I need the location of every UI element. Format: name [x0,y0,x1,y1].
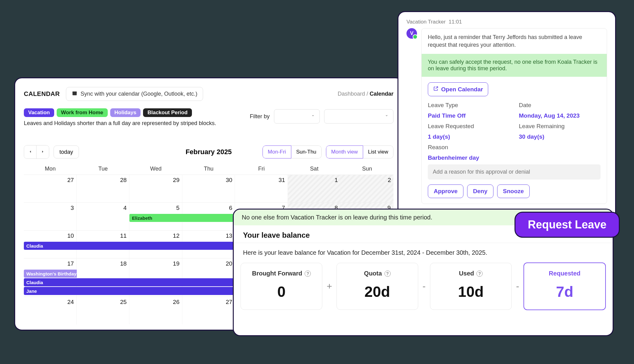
bf-value: 0 [244,283,319,300]
view-mode-toggle: Month view List view [326,145,393,158]
sync-label: Sync with your calendar (Google, Outlook… [80,91,197,97]
legend-blackout: Blackout Period [143,108,192,117]
sync-calendar-button[interactable]: Sync with your calendar (Google, Outlook… [66,87,203,101]
day-number: 1 [290,177,338,184]
day-number: 26 [132,299,180,306]
breadcrumb-root[interactable]: Dashboard [338,91,365,97]
chevron-down-icon [311,114,315,119]
legend-wfh: Work from Home [57,108,108,117]
snooze-button[interactable]: Snooze [497,184,530,198]
day-number: 27 [185,299,232,306]
chevron-left-icon [28,150,33,155]
chevron-down-icon [384,114,389,119]
open-calendar-button[interactable]: Open Calendar [428,82,488,96]
weekday-header: Fri [235,163,288,175]
view-month[interactable]: Month view [326,145,363,158]
current-month: February 2025 [185,148,232,156]
weekday-header: Mon [24,163,77,175]
calendar-cell[interactable]: 26 [129,297,182,324]
leave-remaining-value: 30 day(s) [519,133,601,140]
quota-value: 20d [340,283,415,300]
legend-holidays: Holidays [110,108,141,117]
minus-operator: - [516,281,519,292]
card-used: Used? 10d [430,263,512,310]
deny-button[interactable]: Deny [467,184,493,198]
chevron-right-icon [41,150,45,155]
calendar-cell[interactable]: 25 [77,297,130,324]
day-number: 10 [26,232,74,239]
day-number: 17 [26,260,74,267]
week-mon-fri[interactable]: Mon-Fri [263,145,291,158]
balance-subtitle: Here is your leave balance for Vacation … [234,243,613,262]
next-month-button[interactable] [37,145,49,158]
day-number: 31 [237,177,285,184]
week-mode-toggle: Mon-Fri Sun-Thu [263,145,322,158]
calendar-cell[interactable]: 1 [288,175,341,202]
day-number: 30 [185,177,232,184]
day-number: 5 [132,205,180,211]
day-number: 12 [132,232,180,239]
requested-value: 7d [527,283,602,300]
day-number: 4 [79,205,127,211]
day-number: 13 [185,232,232,239]
weekday-header: Tue [77,163,130,175]
day-number: 19 [132,260,180,267]
help-icon[interactable]: ? [476,271,483,277]
day-number: 25 [79,299,127,306]
calendar-cell[interactable]: 29 [129,175,182,202]
request-leave-button[interactable]: Request Leave [515,212,620,238]
weekday-header: Sat [288,163,341,175]
prev-month-button[interactable] [24,145,37,158]
weekday-header: Wed [129,163,182,175]
calendar-cell[interactable]: 27 [182,297,235,324]
view-list[interactable]: List view [363,145,393,158]
day-number: 28 [79,177,127,184]
calendar-cell[interactable]: 27 [24,175,77,202]
calendar-cell[interactable]: 24 [24,297,77,324]
filter-select-1[interactable] [274,109,320,124]
leave-requested-value: 1 day(s) [428,133,510,140]
leave-type-label: Leave Type [428,102,510,109]
help-icon[interactable]: ? [305,271,311,277]
approve-button[interactable]: Approve [428,184,463,198]
plus-operator: + [327,281,332,292]
today-button[interactable]: today [54,145,79,158]
calendar-cell[interactable]: 3 [24,203,77,230]
notif-safe-banner: You can safely accept the request, no on… [422,54,607,77]
approval-reason-input[interactable] [428,164,601,180]
card-requested: Requested 7d [523,262,606,310]
calendar-cell[interactable]: 28 [77,175,130,202]
day-number: 6 [185,205,232,211]
used-value: 10d [433,283,508,300]
breadcrumb-leaf: Calendar [370,91,393,97]
notification-panel: Vacation Tracker 11:01 V Hello, just a r… [397,11,616,222]
filter-select-2[interactable] [324,109,393,124]
notif-message: Hello, just a reminder that Terry Jeffor… [422,28,607,54]
leave-remaining-label: Leave Remaining [519,123,601,130]
month-nav [24,145,49,159]
card-quota: Quota? 20d [337,263,418,310]
legend-vacation: Vacation [24,108,54,117]
week-sun-thu[interactable]: Sun-Thu [291,145,322,158]
calendar-event[interactable]: Washington's Birthday [24,270,77,278]
reason-value: Barbenheimer day [428,154,601,161]
date-label: Date [519,102,601,109]
reason-label: Reason [428,144,510,151]
leave-requested-label: Leave Requested [428,123,510,130]
leave-type-value: Paid Time Off [428,112,510,119]
calendar-title: CALENDAR [24,90,60,98]
svg-rect-1 [72,92,77,93]
calendar-cell[interactable]: 4 [77,203,130,230]
day-number: 27 [26,177,74,184]
calendar-cell[interactable]: 2 [341,175,393,202]
date-value: Monday, Aug 14, 2023 [519,112,601,119]
filter-label: Filter by [250,113,270,120]
minus-operator: - [423,281,426,292]
weekday-header: Sun [341,163,393,175]
help-icon[interactable]: ? [384,271,391,277]
day-number: 24 [26,299,74,306]
notif-time: 11:01 [449,19,462,25]
open-external-icon [433,86,439,93]
calendar-cell[interactable]: 30 [182,175,235,202]
calendar-cell[interactable]: 31 [235,175,288,202]
